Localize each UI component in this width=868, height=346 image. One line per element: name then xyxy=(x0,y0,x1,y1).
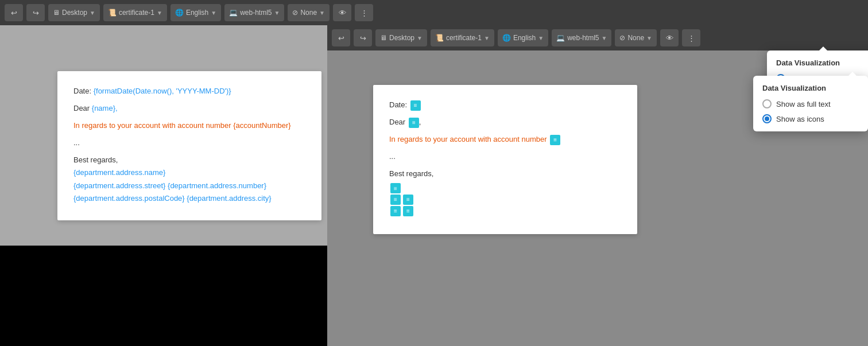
best-regards-right: Best regards, xyxy=(389,168,621,180)
chevron-down-icon-right: ▼ xyxy=(602,35,607,41)
dots-icon-right: ⋮ xyxy=(688,34,695,42)
none-label: None xyxy=(300,9,317,17)
dear-prefix-right: Dear xyxy=(389,118,405,126)
cert-icon: 📜 xyxy=(108,9,117,17)
toolbar-top: ↩ ↪ 🖥 Desktop ▼ 📜 certificate-1 ▼ 🌐 Engl… xyxy=(0,0,868,25)
monitor-icon: 🖥 xyxy=(53,9,60,17)
chevron-down-icon: ▼ xyxy=(157,10,162,16)
language-label: English xyxy=(186,9,208,17)
doc-card-right: Date: ≡ Dear ≡, In regards to your accou… xyxy=(373,85,637,234)
data-visualization-popup-right: Data Visualization Show as full text Sho… xyxy=(753,76,868,131)
show-as-fulltext-label-right: Show as full text xyxy=(776,100,831,108)
doc-card-left: Date: {formatDate(Date.now(), 'YYYY-MM-D… xyxy=(57,71,321,220)
dept-street-icon-row: ≡ ≡ xyxy=(389,195,621,205)
format-dropdown[interactable]: 💻 web-html5 ▼ xyxy=(224,4,284,21)
date-prefix: Date: xyxy=(73,87,94,95)
web-icon-right: 💻 xyxy=(556,34,565,42)
chevron-down-icon: ▼ xyxy=(211,10,216,16)
certificate-dropdown-right[interactable]: 📜 certificate-1 ▼ xyxy=(431,29,494,46)
more-options-button-right[interactable]: ⋮ xyxy=(682,29,700,46)
chevron-down-icon-right: ▼ xyxy=(646,35,652,41)
desktop-dropdown[interactable]: 🖥 Desktop ▼ xyxy=(48,4,100,21)
date-prefix-right: Date: xyxy=(389,100,407,109)
popup-top-title: Data Visualization xyxy=(776,59,868,67)
show-as-icons-option-right[interactable]: Show as icons xyxy=(762,114,859,123)
redo-icon: ↪ xyxy=(33,9,39,17)
undo-icon: ↩ xyxy=(11,9,17,17)
chevron-down-icon: ▼ xyxy=(90,10,95,16)
certificate-label-right: certificate-1 xyxy=(446,34,482,42)
chevron-down-icon-right: ▼ xyxy=(417,35,423,41)
accountnumber-data-icon: ≡ xyxy=(550,135,560,145)
none-dropdown[interactable]: ⊘ None ▼ xyxy=(288,4,330,21)
left-panel: Date: {formatDate(Date.now(), 'YYYY-MM-D… xyxy=(0,25,327,346)
dept-street-data-icon: ≡ xyxy=(390,195,401,205)
redo-button-right[interactable]: ↪ xyxy=(354,29,372,46)
date-line-right: Date: ≡ xyxy=(389,99,621,111)
redo-icon-right: ↪ xyxy=(360,34,366,42)
dear-prefix: Dear xyxy=(73,104,92,112)
ellipsis-left: ... xyxy=(73,137,305,149)
web-icon: 💻 xyxy=(229,9,238,17)
dept-number-data-icon: ≡ xyxy=(403,195,413,205)
language-dropdown[interactable]: 🌐 English ▼ xyxy=(170,4,221,21)
none-icon: ⊘ xyxy=(292,9,298,17)
none-label-right: None xyxy=(627,34,644,42)
main-area: Date: {formatDate(Date.now(), 'YYYY-MM-D… xyxy=(0,25,868,346)
language-label-right: English xyxy=(513,34,536,42)
best-regards-left: Best regards, xyxy=(73,154,305,166)
format-label: web-html5 xyxy=(240,9,272,17)
eye-icon-right: 👁 xyxy=(666,34,673,42)
chevron-down-icon-right: ▼ xyxy=(484,35,490,41)
none-dropdown-right[interactable]: ⊘ None ▼ xyxy=(615,29,657,46)
regards-line-left: In regards to your account with account … xyxy=(73,119,305,132)
chevron-down-icon: ▼ xyxy=(319,10,325,16)
dept-postal-city-left: {department.address.postalCode} {departm… xyxy=(73,192,305,205)
toolbar-right: ↩ ↪ 🖥 Desktop ▼ 📜 certificate-1 ▼ 🌐 Engl… xyxy=(327,25,868,50)
desktop-dropdown-right[interactable]: 🖥 Desktop ▼ xyxy=(375,29,427,46)
date-data-icon: ≡ xyxy=(410,100,421,111)
format-label-right: web-html5 xyxy=(567,34,599,42)
dept-name-icon-row: ≡ xyxy=(389,181,621,194)
certificate-dropdown[interactable]: 📜 certificate-1 ▼ xyxy=(103,4,167,21)
chevron-down-icon: ▼ xyxy=(274,10,280,16)
chevron-down-icon-right: ▼ xyxy=(538,35,544,41)
dear-data-icon: ≡ xyxy=(409,118,419,128)
undo-button-right[interactable]: ↩ xyxy=(332,29,350,46)
ellipsis-right: ... xyxy=(389,150,621,163)
dear-line-left: Dear {name}, xyxy=(73,102,305,115)
format-dropdown-right[interactable]: 💻 web-html5 ▼ xyxy=(552,29,611,46)
eye-icon: 👁 xyxy=(339,9,346,17)
dept-city-data-icon: ≡ xyxy=(403,206,413,216)
language-icon: 🌐 xyxy=(175,9,184,17)
preview-button-right[interactable]: 👁 xyxy=(660,29,679,46)
more-options-button[interactable]: ⋮ xyxy=(355,4,373,21)
preview-button[interactable]: 👁 xyxy=(333,4,351,21)
radio-icons-right[interactable] xyxy=(762,114,772,123)
dept-street-number-left: {department.address.street} {department.… xyxy=(73,180,305,192)
show-as-icons-label-right: Show as icons xyxy=(776,115,824,123)
desktop-label-right: Desktop xyxy=(389,34,414,42)
desktop-label: Desktop xyxy=(62,9,87,17)
monitor-icon-right: 🖥 xyxy=(380,34,387,42)
left-black-area xyxy=(0,246,327,346)
dear-var: {name}, xyxy=(92,104,118,112)
certificate-label: certificate-1 xyxy=(119,9,154,17)
dept-name-data-icon: ≡ xyxy=(390,183,401,193)
language-icon-right: 🌐 xyxy=(502,34,511,42)
undo-icon-right: ↩ xyxy=(338,34,344,42)
show-as-fulltext-option-right[interactable]: Show as full text xyxy=(762,99,859,108)
date-value: {formatDate(Date.now(), 'YYYY-MM-DD')} xyxy=(94,87,231,95)
language-dropdown-right[interactable]: 🌐 English ▼ xyxy=(498,29,548,46)
cert-icon-right: 📜 xyxy=(435,34,444,42)
undo-button[interactable]: ↩ xyxy=(5,4,23,21)
dept-name-left: {department.address.name} xyxy=(73,166,305,179)
regards-prefix-right: In regards to your account with account … xyxy=(389,135,547,143)
redo-button[interactable]: ↪ xyxy=(26,4,45,21)
dept-postal-data-icon: ≡ xyxy=(390,206,401,216)
radio-fulltext-right[interactable] xyxy=(762,99,772,108)
dept-postal-icon-row: ≡ ≡ xyxy=(389,206,621,216)
date-line-left: Date: {formatDate(Date.now(), 'YYYY-MM-D… xyxy=(73,85,305,98)
regards-line-right: In regards to your account with account … xyxy=(389,133,621,146)
dots-icon: ⋮ xyxy=(361,9,368,17)
